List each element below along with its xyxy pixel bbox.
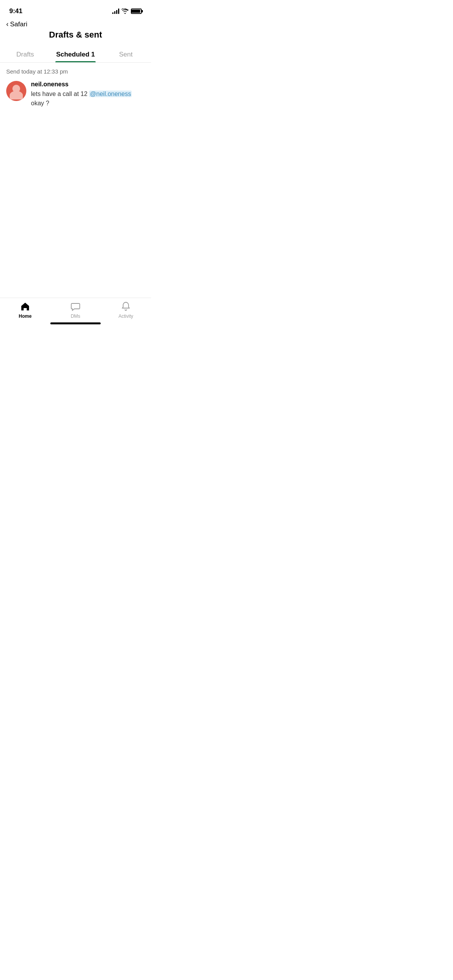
message-content: neil.oneness lets have a call at 12 @nei… — [31, 81, 145, 108]
message-item[interactable]: neil.oneness lets have a call at 12 @nei… — [6, 79, 145, 110]
status-icons — [112, 9, 142, 14]
tab-sent[interactable]: Sent — [101, 46, 151, 62]
home-indicator — [50, 322, 101, 324]
send-time: Send today at 12:33 pm — [6, 63, 145, 79]
nav-item-activity[interactable]: Activity — [101, 301, 151, 319]
nav-item-dms[interactable]: DMs — [50, 301, 101, 319]
activity-icon — [120, 301, 131, 312]
tabs-container: Drafts Scheduled 1 Sent — [0, 46, 151, 63]
status-time: 9:41 — [9, 7, 22, 15]
safari-back-label: Safari — [10, 21, 27, 28]
tab-scheduled[interactable]: Scheduled 1 — [50, 46, 101, 62]
status-bar: 9:41 — [0, 0, 151, 19]
safari-back[interactable]: ‹ Safari — [0, 19, 151, 28]
wifi-icon — [122, 9, 129, 14]
nav-label-dms: DMs — [71, 314, 81, 319]
page-header: Drafts & sent — [0, 28, 151, 46]
page-title: Drafts & sent — [49, 30, 102, 39]
signal-icon — [112, 9, 119, 14]
nav-label-home: Home — [19, 314, 31, 319]
message-mention[interactable]: @neil.oneness — [89, 91, 132, 97]
message-username: neil.oneness — [31, 81, 145, 88]
tab-drafts[interactable]: Drafts — [0, 46, 50, 62]
home-icon — [20, 301, 31, 312]
message-text: lets have a call at 12 @neil.oneness oka… — [31, 89, 145, 108]
content-area: Send today at 12:33 pm neil.oneness lets… — [0, 63, 151, 110]
message-text-before: lets have a call at 12 — [31, 91, 88, 97]
battery-icon — [131, 9, 142, 14]
tab-underline — [55, 61, 96, 62]
nav-label-activity: Activity — [118, 314, 133, 319]
avatar-person — [6, 81, 26, 101]
avatar — [6, 81, 26, 101]
message-text-after: okay ? — [31, 100, 49, 106]
nav-item-home[interactable]: Home — [0, 301, 50, 319]
dms-icon — [70, 301, 81, 312]
